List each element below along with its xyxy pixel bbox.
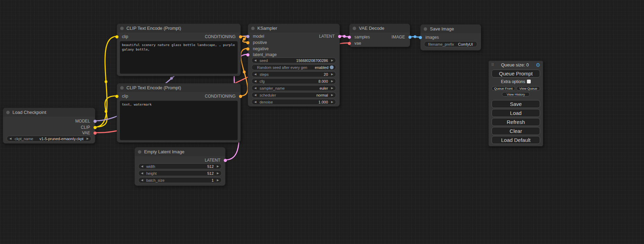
collapse-dot-icon[interactable] (120, 27, 124, 30)
node-clip-text-encode-negative[interactable]: CLIP Text Encode (Prompt) clip CONDITION… (117, 83, 241, 143)
input-label-clip: clip (122, 34, 128, 39)
node-title-bar[interactable]: KSampler (248, 24, 339, 33)
link-midpoint-dot[interactable] (105, 110, 107, 113)
link-midpoint-dot[interactable] (170, 77, 173, 80)
node-clip-text-encode-positive[interactable]: CLIP Text Encode (Prompt) clip CONDITION… (117, 24, 241, 76)
widget-seed[interactable]: ◀ seed 156680208700286 ▶ (252, 57, 336, 63)
input-port-samples[interactable] (348, 36, 351, 39)
input-port-vae[interactable] (348, 42, 351, 45)
widget-scheduler[interactable]: ◀ scheduler normal ▶ (252, 92, 336, 98)
widget-label: sampler_name (259, 86, 285, 90)
node-title-bar[interactable]: VAE Decode (350, 24, 410, 33)
output-port-latent[interactable] (224, 159, 227, 162)
arrow-right-icon[interactable]: ▶ (216, 163, 220, 169)
output-port-clip[interactable] (94, 126, 97, 129)
arrow-right-icon[interactable]: ▶ (216, 177, 220, 183)
widget-height[interactable]: ◀ height 512 ▶ (138, 170, 222, 176)
widget-ckpt-name[interactable]: ◀ ckpt_name v1-5-pruned-emaonly.ckpt ▶ (7, 136, 91, 142)
node-title-bar[interactable]: CLIP Text Encode (Prompt) (117, 83, 240, 92)
positive-prompt-textarea[interactable]: beautiful scenery nature glass bottle la… (120, 41, 238, 74)
output-port-conditioning[interactable] (239, 35, 242, 38)
arrow-right-icon[interactable]: ▶ (330, 99, 334, 105)
load-default-button[interactable]: Load Default (492, 136, 540, 144)
arrow-right-icon[interactable]: ▶ (330, 71, 334, 77)
node-title-bar[interactable]: Empty Latent Image (135, 147, 225, 156)
link-midpoint-dot[interactable] (243, 38, 246, 40)
arrow-right-icon[interactable]: ▶ (86, 136, 89, 142)
widget-random-seed-control[interactable]: Random seed after every gen enabled (252, 64, 336, 70)
link-midpoint-dot[interactable] (343, 35, 346, 38)
collapse-dot-icon[interactable] (251, 27, 255, 30)
input-port-clip[interactable] (115, 35, 118, 38)
node-title-bar[interactable]: CLIP Text Encode (Prompt) (117, 24, 240, 33)
arrow-right-icon[interactable]: ▶ (330, 92, 334, 98)
arrow-right-icon[interactable]: ▶ (330, 57, 334, 63)
node-save-image[interactable]: Save Image images filename_prefix ComfyU… (420, 24, 481, 51)
output-port-vae[interactable] (94, 132, 97, 135)
arrow-right-icon[interactable]: ▶ (330, 85, 334, 91)
input-port-images[interactable] (419, 36, 422, 39)
save-button[interactable]: Save (492, 100, 540, 108)
refresh-button[interactable]: Refresh (492, 118, 540, 126)
widget-value: ComfyUI (458, 42, 473, 46)
arrow-left-icon[interactable]: ◀ (140, 177, 144, 183)
settings-gear-icon[interactable]: ⚙ (536, 62, 540, 67)
link-midpoint-dot[interactable] (105, 80, 107, 83)
output-port-image[interactable] (408, 36, 412, 39)
collapse-dot-icon[interactable] (353, 27, 356, 30)
arrow-left-icon[interactable]: ◀ (140, 170, 144, 176)
node-empty-latent-image[interactable]: Empty Latent Image LATENT ◀ width 512 ▶ … (134, 147, 226, 186)
node-load-checkpoint[interactable]: Load Checkpoint MODEL CLIP VAE ◀ ckpt_na… (3, 108, 95, 144)
input-port-model[interactable] (246, 35, 249, 38)
output-port-latent[interactable] (338, 35, 341, 38)
node-vae-decode[interactable]: VAE Decode samples vae IMAGE (349, 24, 410, 47)
output-port-conditioning[interactable] (239, 95, 242, 98)
node-title-bar[interactable]: Load Checkpoint (3, 108, 95, 117)
arrow-left-icon[interactable]: ◀ (140, 163, 144, 169)
link-midpoint-dot[interactable] (243, 71, 246, 73)
arrow-right-icon[interactable]: ▶ (216, 170, 220, 176)
node-title-bar[interactable]: Save Image (421, 25, 481, 33)
queue-size-label: Queue size: 0 (494, 62, 536, 67)
input-port-negative[interactable] (246, 47, 249, 51)
arrow-left-icon[interactable]: ◀ (254, 57, 257, 63)
queue-front-button[interactable]: Queue Front (492, 86, 515, 91)
arrow-left-icon[interactable]: ◀ (254, 78, 257, 84)
arrow-left-icon[interactable]: ◀ (9, 136, 12, 142)
node-ksampler[interactable]: KSampler model positive negative latent_… (248, 24, 340, 107)
widget-cfg[interactable]: ◀ cfg 8.000 ▶ (252, 78, 336, 84)
collapse-dot-icon[interactable] (120, 86, 124, 90)
queue-prompt-button[interactable]: Queue Prompt (492, 70, 540, 78)
link-midpoint-dot[interactable] (414, 35, 416, 38)
output-port-model[interactable] (94, 120, 97, 123)
arrow-left-icon[interactable]: ◀ (254, 92, 257, 98)
widget-width[interactable]: ◀ width 512 ▶ (138, 163, 222, 169)
input-port-positive[interactable] (246, 41, 249, 44)
collapse-dot-icon[interactable] (138, 150, 141, 154)
widget-steps[interactable]: ◀ steps 20 ▶ (252, 71, 336, 77)
collapse-dot-icon[interactable] (424, 27, 427, 31)
widget-sampler-name[interactable]: ◀ sampler_name euler ▶ (252, 85, 336, 91)
arrow-left-icon[interactable]: ◀ (254, 85, 257, 91)
view-history-button[interactable]: View History (502, 92, 530, 97)
seed-toggle-dot[interactable] (330, 65, 334, 69)
input-label-clip: clip (122, 93, 128, 99)
negative-prompt-textarea[interactable]: text, watermark (120, 101, 238, 140)
view-queue-button[interactable]: View Queue (517, 86, 540, 91)
arrow-left-icon[interactable]: ◀ (254, 71, 257, 77)
clear-button[interactable]: Clear (492, 127, 540, 135)
widget-filename-prefix[interactable]: filename_prefix ComfyUI (424, 41, 477, 47)
arrow-left-icon[interactable]: ◀ (254, 99, 257, 105)
widget-batch-size[interactable]: ◀ batch_size 1 ▶ (138, 177, 222, 183)
collapse-dot-icon[interactable] (6, 111, 10, 114)
arrow-right-icon[interactable]: ▶ (330, 78, 334, 84)
input-port-latent-image[interactable] (246, 53, 249, 56)
queue-panel-header[interactable]: ⠿ Queue size: 0 ⚙ (489, 61, 543, 69)
node-graph-canvas[interactable]: Load Checkpoint MODEL CLIP VAE ◀ ckpt_na… (0, 0, 644, 244)
widget-denoise[interactable]: ◀ denoise 1.000 ▶ (252, 99, 336, 105)
input-port-clip[interactable] (115, 95, 118, 98)
drag-handle-icon[interactable]: ⠿ (491, 63, 494, 67)
extra-options-label: Extra options (501, 79, 525, 84)
load-button[interactable]: Load (492, 109, 540, 117)
extra-options-checkbox[interactable] (527, 80, 531, 83)
